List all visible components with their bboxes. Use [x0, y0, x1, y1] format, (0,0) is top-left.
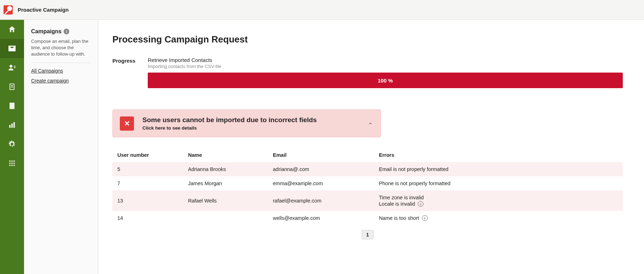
cell-errors: Time zone is invalidLocale is invalidi: [379, 195, 618, 207]
nav-rail: [0, 20, 24, 274]
link-all-campaigns[interactable]: All Campaigns: [31, 68, 91, 74]
cell-name: Rafael Wells: [188, 198, 273, 204]
progress-step-subtitle: Importing contacts from the CSV-file: [148, 64, 623, 69]
table-row: 14wells@example.comName is too shorti: [112, 211, 623, 225]
cell-errors: Name is too shorti: [379, 215, 618, 221]
nav-contacts[interactable]: [0, 58, 24, 77]
table-row: 5Adrianna Brooksadrianna@.comEmail is no…: [112, 162, 623, 176]
col-errors: Errors: [379, 152, 618, 158]
svg-point-0: [10, 65, 12, 68]
home-icon: [8, 25, 16, 34]
svg-point-6: [9, 160, 11, 162]
cell-errors: Email is not properly formatted: [379, 166, 618, 172]
table-header: User number Name Email Errors: [112, 148, 623, 162]
svg-rect-2: [14, 67, 16, 68]
gear-icon: [8, 140, 16, 148]
cell-user-number: 14: [117, 215, 188, 221]
info-icon[interactable]: i: [422, 215, 428, 221]
import-error-alert[interactable]: ✕ Some users cannot be imported due to i…: [112, 109, 381, 137]
error-line: Time zone is invalid: [379, 195, 618, 200]
svg-rect-3: [9, 125, 11, 128]
error-text: Email is not properly formatted: [379, 166, 449, 172]
progress-bar: 100 %: [148, 73, 623, 88]
col-email: Email: [273, 152, 379, 158]
cell-user-number: 5: [117, 166, 188, 172]
errors-table: User number Name Email Errors 5Adrianna …: [112, 148, 623, 225]
error-text: Locale is invalid: [379, 201, 415, 207]
svg-rect-1: [14, 66, 16, 67]
cell-errors: Phone is not properly formatted: [379, 181, 618, 186]
svg-rect-5: [13, 122, 15, 128]
svg-point-9: [9, 162, 11, 164]
error-text: Phone is not properly formatted: [379, 181, 450, 186]
nav-apps[interactable]: [0, 154, 24, 173]
cell-user-number: 7: [117, 181, 188, 186]
cell-email: wells@example.com: [273, 215, 379, 221]
page-1-button[interactable]: 1: [362, 230, 374, 239]
svg-point-10: [11, 162, 13, 164]
svg-point-12: [9, 165, 11, 166]
table-row: 13Rafael Wellsrafael@example.comTime zon…: [112, 190, 623, 211]
chevron-up-icon: [368, 121, 373, 126]
mail-icon: [8, 44, 16, 53]
sidebar-heading-text: Campaigns: [31, 28, 62, 35]
cell-email: emma@example.com: [273, 181, 379, 186]
cell-email: rafael@example.com: [273, 198, 379, 204]
progress-percent: 100 %: [378, 78, 393, 84]
info-icon[interactable]: i: [418, 201, 423, 207]
progress-step-title: Retrieve Imported Contacts: [148, 57, 623, 63]
nav-home[interactable]: [0, 20, 24, 39]
col-name: Name: [188, 152, 273, 158]
link-create-campaign[interactable]: Create campaign: [31, 78, 91, 84]
building-icon: [8, 102, 16, 110]
error-line: Email is not properly formatted: [379, 166, 618, 172]
nav-analytics[interactable]: [0, 115, 24, 135]
cell-name: James Morgan: [188, 181, 273, 186]
col-user-number: User number: [117, 152, 188, 158]
svg-point-11: [13, 162, 15, 164]
app-title: Proactive Campaign: [18, 7, 69, 13]
sidebar: Campaigns i Compose an email, plan the t…: [24, 20, 98, 274]
error-line: Name is too shorti: [379, 215, 618, 221]
app-logo: [4, 5, 13, 15]
pagination: 1: [112, 230, 623, 239]
cell-name: Adrianna Brooks: [188, 166, 273, 172]
nav-settings[interactable]: [0, 135, 24, 154]
nav-templates[interactable]: [0, 77, 24, 96]
error-text: Name is too short: [379, 215, 419, 221]
app-header: Proactive Campaign: [0, 0, 644, 20]
main-content: Processing Campaign Request Progress Ret…: [98, 20, 644, 274]
table-row: 7James Morganemma@example.comPhone is no…: [112, 176, 623, 190]
grid-icon: [8, 159, 16, 167]
error-text: Time zone is invalid: [379, 195, 424, 200]
cell-user-number: 13: [117, 198, 188, 204]
nav-campaigns[interactable]: [0, 39, 24, 58]
cell-email: adrianna@.com: [273, 166, 379, 172]
error-line: Locale is invalidi: [379, 201, 618, 207]
alert-subtitle: Click here to see details: [142, 125, 317, 131]
sidebar-description: Compose an email, plan the time, and cho…: [31, 38, 91, 63]
progress-label: Progress: [112, 57, 148, 64]
svg-rect-4: [11, 124, 13, 128]
error-line: Phone is not properly formatted: [379, 181, 618, 186]
error-icon: ✕: [120, 116, 134, 131]
user-icon: [8, 63, 16, 72]
bar-chart-icon: [8, 121, 16, 129]
svg-point-7: [11, 160, 13, 162]
page-title: Processing Campaign Request: [112, 34, 623, 45]
alert-title: Some users cannot be imported due to inc…: [142, 116, 317, 124]
info-icon[interactable]: i: [64, 29, 69, 34]
svg-point-8: [13, 160, 15, 162]
svg-point-14: [13, 165, 15, 166]
sidebar-heading: Campaigns i: [31, 28, 91, 35]
svg-point-13: [11, 165, 13, 166]
nav-organizations[interactable]: [0, 96, 24, 115]
progress-section: Progress Retrieve Imported Contacts Impo…: [112, 57, 623, 88]
book-icon: [8, 82, 16, 91]
